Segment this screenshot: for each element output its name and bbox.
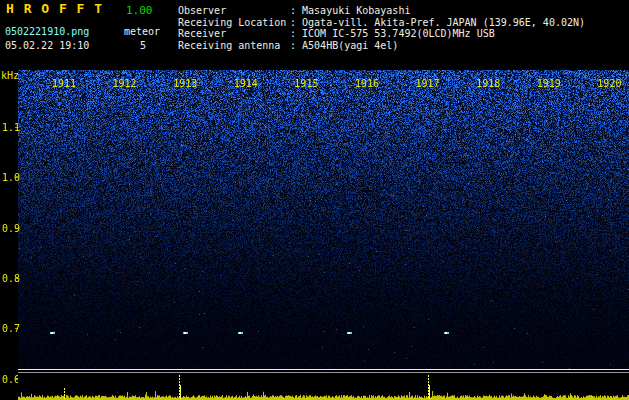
time-tick-label: 1913 [171, 78, 199, 89]
app-version: 1.00 [126, 5, 153, 16]
freq-tick [15, 328, 18, 329]
observation-info: Observer: Masayuki KobayashiReceiving Lo… [178, 5, 585, 51]
meteor-count-value: 5 [140, 40, 146, 51]
freq-tick [15, 228, 18, 229]
info-row: Receiving Location: Ogata-vill. Akita-Pr… [178, 17, 585, 29]
info-colon: : [290, 28, 302, 39]
hrofft-screen: H R O F F T 1.00 0502221910.png meteor 0… [0, 0, 629, 400]
info-label: Receiver [178, 28, 290, 40]
time-tick-label: 1915 [292, 78, 320, 89]
freq-tick [15, 278, 18, 279]
app-title: H R O F F T [6, 3, 103, 14]
time-tick-label: 1916 [353, 78, 381, 89]
info-value: Ogata-vill. Akita-Pref. JAPAN (139.96E, … [302, 17, 585, 28]
info-row: Receiver: ICOM IC-575 53.7492(0LCD)MHz U… [178, 28, 585, 40]
info-label: Receiving antenna [178, 40, 290, 52]
info-value: A504HB(yagi 4el) [302, 40, 398, 51]
info-colon: : [290, 5, 302, 16]
spectrogram-canvas [18, 70, 629, 370]
time-tick-label: 1912 [111, 78, 139, 89]
signal-level-canvas [18, 374, 629, 400]
info-colon: : [290, 40, 302, 51]
info-label: Observer [178, 5, 290, 17]
time-tick-label: 1914 [232, 78, 260, 89]
freq-tick [15, 177, 18, 178]
info-value: Masayuki Kobayashi [302, 5, 410, 16]
time-tick-label: 1920 [595, 78, 623, 89]
freq-tick [15, 127, 18, 128]
freq-axis: 1.11.00.90.80.70.6 [0, 0, 18, 400]
info-value: ICOM IC-575 53.7492(0LCD)MHz USB [302, 28, 495, 39]
time-tick-label: 1911 [50, 78, 78, 89]
separator-line-top [18, 369, 629, 370]
spectrogram-panel: 1911191219131914191519161917191819191920 [18, 70, 629, 370]
time-tick-label: 1918 [474, 78, 502, 89]
time-tick-label: 1917 [414, 78, 442, 89]
separator-line-bottom [18, 372, 629, 373]
info-label: Receiving Location [178, 17, 290, 29]
info-row: Observer: Masayuki Kobayashi [178, 5, 585, 17]
info-colon: : [290, 17, 302, 28]
meteor-count-label: meteor [124, 26, 160, 37]
info-row: Receiving antenna: A504HB(yagi 4el) [178, 40, 585, 52]
time-tick-label: 1919 [535, 78, 563, 89]
